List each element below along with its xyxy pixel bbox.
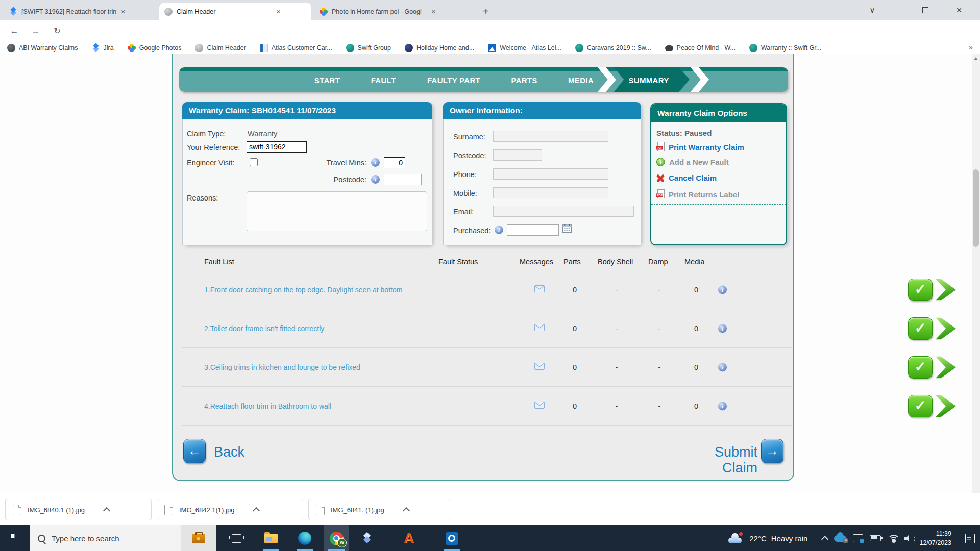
travel-mins-info-icon[interactable]: i <box>371 158 380 167</box>
taskbar-edge[interactable] <box>292 525 317 551</box>
page-scrollbar[interactable] <box>972 54 980 525</box>
bookmark-welcome-atlas[interactable]: Welcome - Atlas Lei... <box>488 44 561 52</box>
onedrive-icon[interactable] <box>834 535 846 542</box>
tab-google-photos[interactable]: Photo in Home farm poi - Googl × <box>314 3 467 20</box>
travel-mins-input[interactable] <box>384 157 405 168</box>
taskbar-jira[interactable] <box>354 525 380 551</box>
submit-claim-label[interactable]: Submit Claim <box>676 444 757 476</box>
weather-icon[interactable] <box>727 533 743 543</box>
window-restore-button[interactable] <box>914 0 937 20</box>
taskbar-outlook[interactable] <box>439 525 464 551</box>
claim-postcode-input[interactable] <box>384 174 422 185</box>
browser-menu-chevron-icon[interactable]: ∨ <box>861 0 884 20</box>
download-item[interactable]: IMG_6841. (1).jpg <box>308 499 451 520</box>
bookmark-holiday-home[interactable]: Holiday Home and... <box>405 44 474 52</box>
step-parts[interactable]: PARTS <box>511 76 537 85</box>
window-close-button[interactable]: × <box>947 0 971 20</box>
back-icon[interactable]: ← <box>7 24 21 38</box>
step-summary[interactable]: SUMMARY <box>628 76 669 85</box>
fault-link[interactable]: 4.Reattach floor trim in Bathroom to wal… <box>204 402 331 410</box>
your-reference-input[interactable] <box>247 141 307 153</box>
fault-complete-button[interactable]: ✓ <box>908 356 933 379</box>
print-warranty-claim-link[interactable]: PDF Print Warranty Claim <box>656 142 744 153</box>
fault-info-icon[interactable]: i <box>718 286 727 294</box>
wifi-icon[interactable] <box>888 535 898 542</box>
taskbar-file-explorer[interactable] <box>258 525 284 551</box>
task-view-button[interactable] <box>224 525 249 551</box>
fault-info-icon[interactable]: i <box>718 363 727 372</box>
taskbar-clock[interactable]: 11:3912/07/2023 <box>919 529 951 547</box>
chevron-up-icon[interactable] <box>103 507 110 514</box>
chevron-up-icon[interactable] <box>403 507 410 514</box>
fault-complete-button[interactable]: ✓ <box>908 317 933 340</box>
fault-complete-button[interactable]: ✓ <box>908 279 933 301</box>
back-label[interactable]: Back <box>214 444 244 460</box>
taskbar-search[interactable]: Type here to search <box>30 525 216 551</box>
cancel-claim-link[interactable]: Cancel Claim <box>656 173 717 182</box>
scroll-up-icon[interactable] <box>974 57 978 60</box>
start-button[interactable] <box>0 525 30 551</box>
owner-postcode-input[interactable] <box>493 149 542 161</box>
bookmark-google-photos[interactable]: Google Photos <box>128 44 182 52</box>
fault-info-icon[interactable]: i <box>718 402 727 411</box>
phone-input[interactable] <box>493 168 608 180</box>
temperature-text[interactable]: 22°C <box>749 534 767 543</box>
battery-icon[interactable] <box>870 535 881 541</box>
reasons-textarea[interactable] <box>247 191 427 231</box>
mobile-input[interactable] <box>493 187 608 198</box>
weather-text[interactable]: Heavy rain <box>771 534 808 543</box>
step-media[interactable]: MEDIA <box>568 76 594 85</box>
briefcase-cell[interactable] <box>181 525 216 551</box>
notification-center-icon[interactable] <box>965 534 975 543</box>
bookmark-peace-of-mind[interactable]: Peace Of Mind - W... <box>665 44 736 52</box>
window-minimize-button[interactable]: — <box>887 0 911 20</box>
bookmark-atlas-customer-care[interactable]: Atlas Customer Car... <box>260 44 332 52</box>
step-start[interactable]: START <box>314 76 340 85</box>
bookmark-warranty-swift[interactable]: Warranty :: Swift Gr... <box>749 44 821 52</box>
add-new-fault-link[interactable]: + Add a New Fault <box>656 158 729 166</box>
messages-envelope-icon[interactable] <box>534 363 545 372</box>
tab-jira[interactable]: [SWIFT-31962] Reattach floor trin × <box>4 3 156 20</box>
fault-link[interactable]: 3.Ceiling trims in kitchen and lounge to… <box>204 363 360 371</box>
print-returns-label-link[interactable]: PDF Print Returns Label <box>656 189 739 200</box>
fault-info-icon[interactable]: i <box>718 324 727 333</box>
taskbar-chrome-active[interactable]: W <box>324 525 349 551</box>
step-faulty-part[interactable]: FAULTY PART <box>427 76 480 85</box>
bookmark-caravans-2019[interactable]: Caravans 2019 :: Sw... <box>575 44 651 52</box>
fault-complete-button[interactable]: ✓ <box>908 395 933 417</box>
bookmark-swift-group[interactable]: Swift Group <box>346 44 391 52</box>
messages-envelope-icon[interactable] <box>534 324 545 333</box>
tray-chevron-up-icon[interactable] <box>821 536 828 543</box>
submit-claim-button[interactable]: → <box>761 439 783 463</box>
engineer-visit-checkbox[interactable] <box>250 158 258 166</box>
bookmark-jira[interactable]: Jira <box>92 44 114 52</box>
tab-claim-header[interactable]: Claim Header × <box>159 3 311 20</box>
forward-icon[interactable]: → <box>29 24 43 38</box>
reload-icon[interactable]: ↻ <box>50 24 64 38</box>
new-tab-button[interactable]: + <box>479 5 493 19</box>
download-item[interactable]: IMG_6840.1 (1).jpg <box>5 499 152 520</box>
scrollbar-thumb[interactable] <box>973 169 979 247</box>
email-input[interactable] <box>493 206 634 217</box>
messages-envelope-icon[interactable] <box>534 285 545 294</box>
purchased-input[interactable] <box>507 224 559 236</box>
tab-close-icon[interactable]: × <box>121 8 126 15</box>
step-fault[interactable]: FAULT <box>371 76 396 85</box>
fault-link[interactable]: 1.Front door catching on the top edge. D… <box>204 286 402 294</box>
bookmark-claim-header[interactable]: Claim Header <box>195 44 246 52</box>
tab-close-icon[interactable]: × <box>431 8 436 15</box>
tab-close-icon[interactable]: × <box>276 8 281 15</box>
bookmarks-overflow-icon[interactable]: » <box>969 43 973 52</box>
surname-input[interactable] <box>493 131 608 142</box>
bookmark-abi-warranty-claims[interactable]: ABI Warranty Claims <box>7 44 78 52</box>
download-item[interactable]: IMG_6842.1(1).jpg <box>157 499 303 520</box>
display-cast-icon[interactable] <box>853 534 863 542</box>
volume-icon[interactable] <box>904 535 913 542</box>
messages-envelope-icon[interactable] <box>534 402 545 411</box>
chevron-up-icon[interactable] <box>253 507 260 514</box>
fault-link[interactable]: 2.Toilet door frame isn't fitted correct… <box>204 324 324 333</box>
purchased-info-icon[interactable]: i <box>495 226 503 234</box>
taskbar-atlas[interactable]: A <box>396 525 422 551</box>
calendar-icon[interactable] <box>562 224 572 235</box>
back-button[interactable]: ← <box>183 439 206 463</box>
